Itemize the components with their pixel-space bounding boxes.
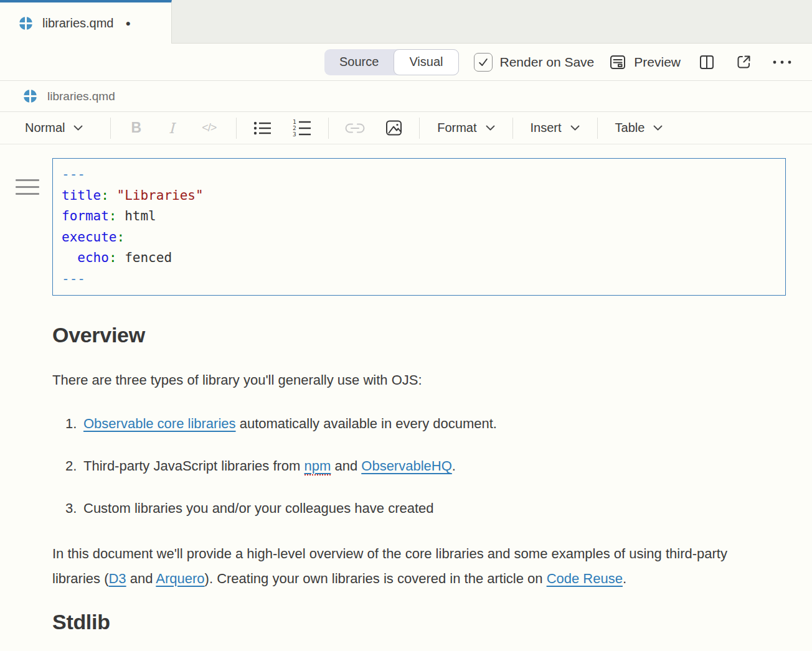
section-heading-overview: Overview: [52, 323, 786, 347]
text-segment: Third-party JavaScript libraries from: [83, 458, 304, 474]
editor-content[interactable]: ---title: "Libraries"format: htmlexecute…: [0, 158, 812, 634]
yaml-front-matter-block[interactable]: ---title: "Libraries"format: htmlexecute…: [52, 158, 786, 296]
bullet-list-button[interactable]: [243, 119, 282, 138]
split-view-icon: [698, 54, 715, 71]
text-segment: and: [331, 458, 361, 474]
split-editor-button[interactable]: [696, 54, 718, 71]
link-button[interactable]: [335, 122, 375, 134]
image-button[interactable]: [375, 119, 413, 137]
doc-link[interactable]: Code Reuse: [547, 571, 623, 586]
list-item-number: 2.: [65, 457, 83, 475]
chevron-down-icon: [486, 125, 495, 131]
doc-link[interactable]: Observable core libraries: [83, 416, 236, 431]
inline-code-button[interactable]: </>: [188, 121, 230, 134]
doc-link[interactable]: Arquero: [156, 571, 204, 586]
numbered-list-icon: 1 2 3: [292, 118, 312, 138]
numbered-list: 1.Observable core libraries automaticall…: [52, 414, 786, 518]
unsaved-dot-indicator: ●: [125, 18, 130, 28]
tab-libraries-qmd[interactable]: libraries.qmd ●: [0, 0, 172, 44]
preview-label: Preview: [634, 55, 681, 70]
quarto-icon: [19, 16, 33, 30]
intro-paragraph: There are three types of library you'll …: [52, 371, 786, 390]
format-menu-label: Format: [437, 121, 476, 135]
toolbar-separator: [110, 118, 111, 139]
source-visual-toggle: Source Visual: [324, 49, 459, 75]
table-menu[interactable]: Table: [604, 121, 674, 135]
chevron-down-icon: [570, 125, 580, 131]
spellcheck-underline: npm: [304, 458, 331, 475]
quarto-icon: [23, 89, 37, 103]
text-segment: .: [623, 571, 626, 586]
render-on-save-label: Render on Save: [500, 55, 595, 70]
list-item: 1.Observable core libraries automaticall…: [52, 414, 786, 433]
closing-paragraph: In this document we'll provide a high-le…: [52, 541, 768, 591]
more-options-button[interactable]: [770, 60, 795, 65]
yaml-code-line: execute:: [62, 227, 777, 248]
render-on-save-control[interactable]: Render on Save: [474, 53, 595, 72]
paragraph-style-value: Normal: [25, 121, 65, 135]
insert-menu-label: Insert: [531, 121, 562, 135]
chevron-down-icon: [653, 125, 663, 131]
toolbar-separator: [328, 118, 329, 139]
list-item-text: Observable core libraries automatically …: [83, 414, 497, 433]
list-item-text: Third-party JavaScript libraries from np…: [83, 457, 456, 475]
table-menu-label: Table: [615, 121, 645, 135]
list-item-text: Custom libraries you and/or your colleag…: [83, 499, 434, 518]
list-item: 2.Third-party JavaScript libraries from …: [52, 457, 786, 475]
render-on-save-checkbox[interactable]: [474, 53, 493, 72]
toolbar-separator: [597, 118, 598, 139]
breadcrumb-filename[interactable]: libraries.qmd: [47, 90, 115, 103]
ellipsis-icon: [772, 60, 792, 65]
paragraph-style-dropdown[interactable]: Normal: [14, 121, 94, 135]
numbered-list-button[interactable]: 1 2 3: [282, 118, 322, 138]
bold-button[interactable]: B: [117, 119, 155, 136]
yaml-code-line: title: "Libraries": [62, 185, 777, 207]
image-icon: [385, 119, 403, 137]
text-segment: Custom libraries you and/or your colleag…: [83, 500, 434, 516]
link-icon: [345, 122, 365, 134]
italic-button[interactable]: I: [155, 120, 188, 136]
list-item-number: 1.: [65, 414, 83, 433]
doc-link[interactable]: npm: [304, 458, 331, 475]
source-mode-button[interactable]: Source: [324, 49, 394, 75]
tab-bar: libraries.qmd ●: [0, 0, 812, 44]
preview-button[interactable]: Preview: [609, 54, 681, 71]
external-link-icon: [735, 54, 752, 70]
insert-menu[interactable]: Insert: [519, 121, 591, 135]
text-segment: automatically available in every documen…: [236, 416, 497, 431]
tab-title: libraries.qmd: [42, 16, 113, 30]
section-heading-stdlib: Stdlib: [52, 610, 786, 634]
yaml-code-line: format: html: [62, 206, 777, 227]
outline-menu-icon[interactable]: [16, 179, 39, 200]
format-menu[interactable]: Format: [426, 121, 506, 135]
svg-text:3: 3: [293, 131, 296, 138]
visual-mode-button[interactable]: Visual: [394, 49, 458, 75]
preview-icon: [609, 54, 626, 71]
yaml-code-line: echo: fenced: [62, 248, 777, 269]
toolbar-separator: [512, 118, 513, 139]
open-in-new-window-button[interactable]: [733, 54, 755, 70]
doc-link[interactable]: D3: [108, 571, 126, 586]
bullet-list-icon: [253, 119, 272, 138]
doc-link[interactable]: ObservableHQ: [361, 458, 452, 474]
yaml-code-line: ---: [62, 269, 777, 290]
text-segment: and: [126, 571, 156, 586]
yaml-code-line: ---: [62, 164, 777, 185]
list-item: 3.Custom libraries you and/or your colle…: [52, 499, 786, 518]
list-item-number: 3.: [65, 499, 83, 518]
text-segment: ). Creating your own libraries is covere…: [205, 571, 547, 586]
toolbar-separator: [236, 118, 237, 139]
toolbar-separator: [419, 118, 420, 139]
chevron-down-icon: [73, 125, 83, 131]
format-toolbar: Normal B I </> 1 2 3: [0, 112, 812, 144]
text-segment: .: [452, 458, 456, 474]
editor-toolbar: Source Visual Render on Save Preview: [0, 44, 812, 81]
breadcrumb: libraries.qmd: [0, 81, 812, 112]
